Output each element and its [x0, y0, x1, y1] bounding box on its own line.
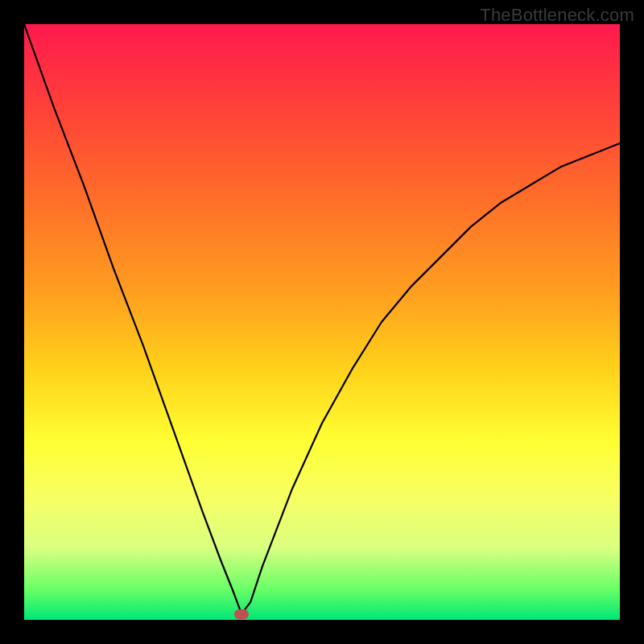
optimal-marker: [234, 609, 249, 619]
plot-area: [24, 24, 620, 620]
bottleneck-curve: [24, 24, 620, 614]
chart-frame: TheBottleneck.com: [0, 0, 644, 644]
curve-svg: [24, 24, 620, 620]
watermark-text: TheBottleneck.com: [480, 5, 634, 26]
